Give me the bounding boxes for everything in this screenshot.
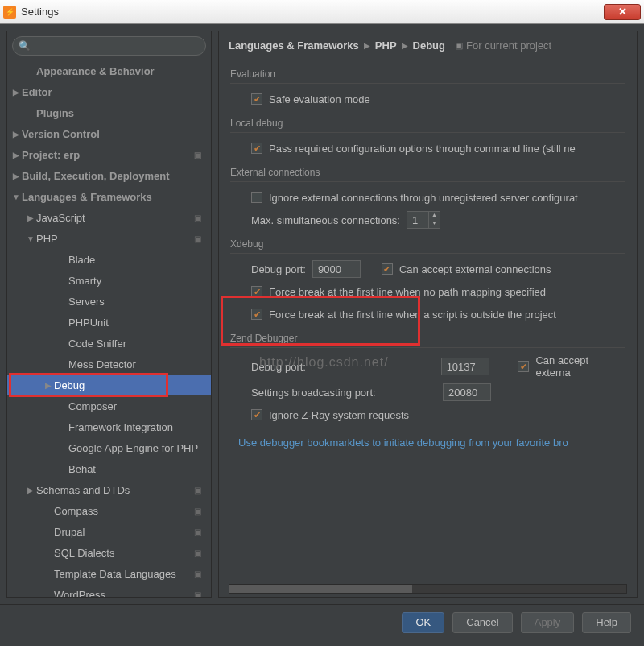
tree-item-editor[interactable]: ▶Editor: [7, 81, 211, 102]
close-button[interactable]: ✕: [604, 4, 641, 20]
chevron-right-icon: ▶: [10, 88, 22, 97]
section-xdebug: Xdebug Debug port: Can accept external c…: [230, 238, 625, 323]
tree-item-label: Template Data Languages: [54, 568, 176, 580]
titlebar: ⚡ Settings ✕: [0, 0, 644, 24]
zend-port-label: Debug port:: [251, 361, 435, 373]
tree-item-label: Schemas and DTDs: [36, 484, 130, 496]
safe-eval-label: Safe evaluation mode: [269, 93, 370, 106]
ignore-zray-checkbox[interactable]: [251, 409, 262, 420]
project-override-icon: ▣: [194, 549, 201, 557]
spinner-down-icon[interactable]: ▼: [429, 220, 440, 228]
pass-config-checkbox[interactable]: [251, 143, 262, 154]
chevron-right-icon: ▶: [10, 172, 22, 180]
max-connections-input[interactable]: [407, 211, 429, 229]
breadcrumb-l3: Debug: [413, 39, 445, 52]
tree-item-label: JavaScript: [36, 212, 85, 224]
tree-item-build-execution-deployment[interactable]: ▶Build, Execution, Deployment: [7, 165, 211, 186]
project-override-icon: ▣: [194, 486, 201, 495]
tree-item-php[interactable]: ▼PHP▣: [7, 228, 211, 249]
tree-item-label: Composer: [68, 400, 117, 412]
tree-item-appearance-behavior[interactable]: ▶Appearance & Behavior: [7, 60, 211, 81]
xdebug-accept-checkbox[interactable]: [382, 263, 393, 275]
help-button[interactable]: Help: [582, 612, 631, 633]
tree-item-smarty[interactable]: ▶Smarty: [7, 270, 211, 291]
safe-eval-checkbox[interactable]: [251, 93, 262, 105]
tree-item-label: Blade: [68, 254, 95, 266]
tree-item-label: Compass: [54, 505, 98, 517]
force-break-outside-label: Force break at the first line when a scr…: [269, 309, 556, 321]
project-scope-icon: ▣: [455, 40, 463, 51]
force-break-nomap-label: Force break at the first line when no pa…: [269, 286, 546, 298]
tree-item-drupal[interactable]: ▶Drupal▣: [7, 521, 211, 542]
tree-item-mess-detector[interactable]: ▶Mess Detector: [7, 354, 211, 375]
tree-item-javascript[interactable]: ▶JavaScript▣: [7, 207, 211, 228]
tree-item-plugins[interactable]: ▶Plugins: [7, 102, 211, 123]
ignore-zray-label: Ignore Z-Ray system requests: [269, 409, 409, 421]
chevron-right-icon: ▶: [10, 130, 22, 139]
project-override-icon: ▣: [194, 213, 201, 222]
tree-item-schemas-and-dtds[interactable]: ▶Schemas and DTDs▣: [7, 479, 211, 500]
tree-item-phpunit[interactable]: ▶PHPUnit: [7, 312, 211, 333]
breadcrumb-l2[interactable]: PHP: [375, 39, 397, 52]
ok-button[interactable]: OK: [402, 612, 444, 633]
tree-item-label: Code Sniffer: [68, 337, 126, 350]
tree-item-wordpress[interactable]: ▶WordPress▣: [7, 584, 211, 597]
tree-item-label: Smarty: [68, 275, 101, 287]
ignore-external-checkbox[interactable]: [251, 192, 262, 203]
chevron-right-icon: ▶: [402, 41, 408, 50]
tree-item-languages-frameworks[interactable]: ▼Languages & Frameworks: [7, 186, 211, 207]
ignore-external-label: Ignore external connections through unre…: [269, 192, 578, 204]
tree-item-template-data-languages[interactable]: ▶Template Data Languages▣: [7, 563, 211, 584]
spinner-up-icon[interactable]: ▲: [429, 212, 440, 220]
section-title: Local debug: [230, 118, 625, 133]
section-zend: Zend Debugger Debug port: Can accept ext…: [230, 333, 625, 451]
section-external-connections: External connections Ignore external con…: [230, 167, 625, 229]
max-connections-spinner[interactable]: ▲▼: [407, 211, 440, 229]
breadcrumb-l1[interactable]: Languages & Frameworks: [229, 39, 359, 52]
zend-accept-label: Can accept externa: [535, 354, 625, 379]
cancel-button[interactable]: Cancel: [452, 612, 512, 633]
tree-item-blade[interactable]: ▶Blade: [7, 249, 211, 270]
search-icon: 🔍: [19, 40, 31, 52]
window-title: Settings: [21, 6, 604, 18]
tree-item-label: Editor: [22, 86, 52, 98]
chevron-down-icon: ▼: [25, 234, 36, 243]
section-title: Zend Debugger: [230, 333, 625, 348]
scrollbar-thumb[interactable]: [229, 585, 412, 593]
zend-broadcast-input[interactable]: [443, 383, 491, 401]
project-override-icon: ▣: [194, 528, 201, 536]
tree-item-label: Google App Engine for PHP: [68, 442, 198, 454]
tree-item-behat[interactable]: ▶Behat: [7, 458, 211, 479]
xdebug-port-label: Debug port:: [251, 263, 306, 275]
tree-item-servers[interactable]: ▶Servers: [7, 291, 211, 312]
zend-port-input[interactable]: [441, 358, 489, 375]
force-break-nomap-checkbox[interactable]: [251, 286, 262, 297]
sidebar: 🔍 ▶Appearance & Behavior▶Editor▶Plugins▶…: [6, 31, 212, 598]
xdebug-port-input[interactable]: [312, 260, 361, 278]
tree-item-composer[interactable]: ▶Composer: [7, 395, 211, 416]
section-title: Xdebug: [230, 238, 625, 254]
tree-item-google-app-engine-for-php[interactable]: ▶Google App Engine for PHP: [7, 437, 211, 458]
tree-item-label: PHPUnit: [68, 317, 109, 329]
main-panel: Languages & Frameworks ▶ PHP ▶ Debug ▣ F…: [218, 31, 638, 598]
project-scope-label: ▣ For current project: [455, 39, 551, 52]
bookmarklets-link[interactable]: Use debugger bookmarklets to initiate de…: [238, 437, 568, 449]
tree-item-framework-integration[interactable]: ▶Framework Integration: [7, 416, 211, 437]
max-connections-label: Max. simultaneous connections:: [251, 214, 400, 226]
tree-item-project-erp[interactable]: ▶Project: erp▣: [7, 144, 211, 165]
tree-item-sql-dialects[interactable]: ▶SQL Dialects▣: [7, 542, 211, 563]
search-input[interactable]: [12, 36, 206, 56]
pass-config-label: Pass required configuration options thro…: [269, 143, 576, 155]
tree-item-label: SQL Dialects: [54, 547, 114, 559]
tree-item-label: PHP: [36, 233, 58, 245]
force-break-outside-checkbox[interactable]: [251, 309, 262, 320]
zend-accept-checkbox[interactable]: [518, 361, 529, 372]
tree-item-version-control[interactable]: ▶Version Control: [7, 123, 211, 144]
tree-item-code-sniffer[interactable]: ▶Code Sniffer: [7, 333, 211, 354]
tree-item-debug[interactable]: ▶Debug: [7, 375, 211, 395]
apply-button[interactable]: Apply: [521, 612, 575, 633]
tree-item-label: Behat: [68, 463, 96, 475]
horizontal-scrollbar[interactable]: [229, 584, 627, 594]
dialog-footer: OK Cancel Apply Help: [0, 604, 644, 640]
tree-item-compass[interactable]: ▶Compass▣: [7, 500, 211, 521]
